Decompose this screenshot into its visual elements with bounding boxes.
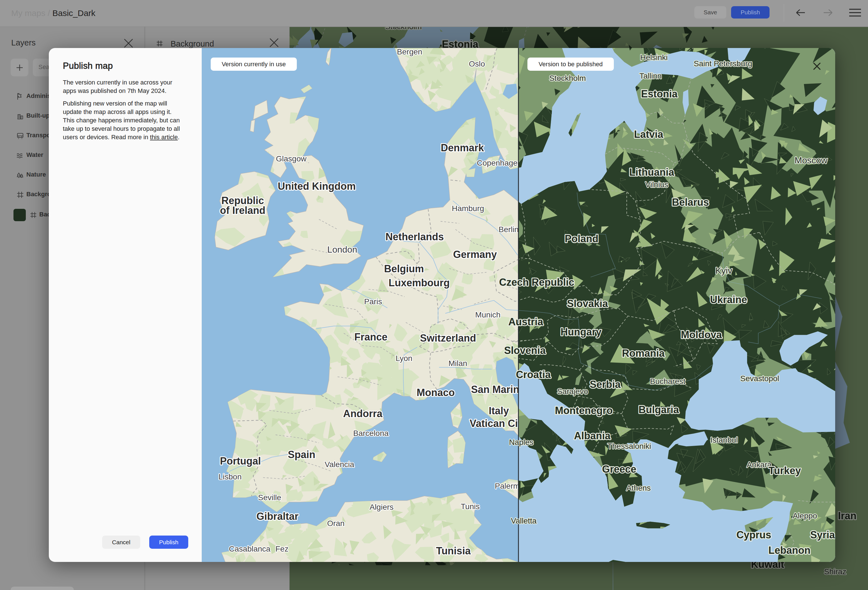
svg-text:France: France — [354, 331, 387, 343]
svg-text:of Ireland: of Ireland — [220, 205, 266, 216]
svg-text:Moscow: Moscow — [794, 155, 828, 165]
svg-text:United Kingdom: United Kingdom — [278, 180, 356, 192]
svg-text:Hungary: Hungary — [561, 326, 601, 338]
svg-text:Kyiv: Kyiv — [715, 266, 732, 276]
svg-text:Lyon: Lyon — [396, 354, 412, 363]
svg-text:London: London — [328, 244, 357, 254]
svg-text:Luxembourg: Luxembourg — [388, 277, 450, 288]
svg-text:Croatia: Croatia — [516, 369, 551, 380]
svg-text:Latvia: Latvia — [634, 129, 663, 140]
svg-text:Copenhagen: Copenhagen — [477, 158, 522, 167]
svg-text:Albania: Albania — [574, 430, 611, 442]
svg-text:Athens: Athens — [626, 484, 651, 492]
svg-text:Moldova: Moldova — [681, 329, 722, 340]
svg-text:Aleppo: Aleppo — [793, 512, 817, 520]
svg-text:Gibraltar: Gibraltar — [257, 510, 298, 522]
svg-text:Oran: Oran — [327, 519, 344, 528]
svg-text:Milan: Milan — [449, 359, 467, 368]
svg-text:Glasgow: Glasgow — [276, 154, 307, 163]
svg-text:Tunisia: Tunisia — [436, 545, 471, 557]
svg-text:Ukraine: Ukraine — [710, 294, 747, 305]
svg-text:Monaco: Monaco — [416, 387, 455, 398]
svg-text:Ankara: Ankara — [747, 460, 772, 469]
svg-text:Turkey: Turkey — [768, 465, 801, 476]
svg-text:Portugal: Portugal — [220, 455, 261, 467]
svg-text:Iran: Iran — [838, 510, 856, 522]
svg-text:Paris: Paris — [364, 297, 382, 306]
svg-text:Stockholm: Stockholm — [549, 74, 586, 83]
svg-text:Shiraz: Shiraz — [824, 567, 846, 576]
svg-text:San Marino: San Marino — [471, 384, 526, 395]
svg-text:Slovenia: Slovenia — [504, 345, 546, 356]
svg-text:Lisbon: Lisbon — [218, 472, 242, 481]
svg-text:Munich: Munich — [475, 311, 500, 319]
svg-text:Naples: Naples — [509, 438, 533, 447]
svg-text:Switzerland: Switzerland — [420, 332, 476, 344]
svg-text:Romania: Romania — [622, 347, 665, 359]
svg-text:Bergen: Bergen — [397, 48, 422, 56]
svg-text:Saint Petersburg: Saint Petersburg — [694, 59, 753, 68]
svg-text:Czech Republic: Czech Republic — [499, 277, 574, 288]
svg-text:Helsinki: Helsinki — [640, 53, 668, 62]
svg-text:Bucharest: Bucharest — [650, 377, 685, 386]
svg-text:Tunis: Tunis — [461, 502, 480, 511]
svg-text:Lebanon: Lebanon — [768, 544, 810, 556]
svg-text:Greece: Greece — [602, 463, 636, 475]
svg-text:Belgium: Belgium — [384, 263, 424, 275]
svg-text:Montenegro: Montenegro — [555, 405, 613, 416]
svg-text:Estonia: Estonia — [641, 88, 678, 100]
svg-text:Belarus: Belarus — [672, 197, 709, 208]
svg-text:Poland: Poland — [565, 233, 598, 244]
svg-text:Vilnius: Vilnius — [645, 180, 668, 189]
svg-text:Cyprus: Cyprus — [737, 529, 771, 541]
svg-text:Barcelona: Barcelona — [353, 429, 389, 438]
svg-text:Tallinn: Tallinn — [639, 72, 661, 80]
svg-text:Sevastopol: Sevastopol — [740, 374, 779, 383]
svg-text:Valencia: Valencia — [325, 460, 354, 469]
svg-text:Algiers: Algiers — [369, 503, 394, 512]
svg-text:Hamburg: Hamburg — [452, 204, 484, 213]
svg-text:Germany: Germany — [453, 249, 497, 260]
svg-text:Spain: Spain — [288, 449, 315, 460]
svg-text:Austria: Austria — [508, 316, 543, 328]
svg-text:Andorra: Andorra — [343, 408, 383, 419]
svg-text:Seville: Seville — [258, 493, 281, 502]
svg-text:Denmark: Denmark — [441, 142, 484, 154]
svg-text:Syria: Syria — [810, 529, 835, 541]
svg-text:Sarajevo: Sarajevo — [557, 387, 588, 396]
svg-text:Oslo: Oslo — [469, 59, 485, 68]
svg-text:Netherlands: Netherlands — [385, 231, 444, 243]
svg-text:Casablanca: Casablanca — [229, 544, 270, 553]
svg-text:Fez: Fez — [276, 544, 289, 553]
svg-text:Istanbul: Istanbul — [710, 436, 738, 444]
svg-text:Thessaloniki: Thessaloniki — [607, 442, 651, 451]
svg-text:Slovakia: Slovakia — [567, 298, 608, 309]
svg-text:Berlin: Berlin — [499, 225, 519, 234]
svg-text:Lithuania: Lithuania — [629, 166, 675, 178]
svg-text:Bulgaria: Bulgaria — [639, 404, 679, 416]
svg-text:Valletta: Valletta — [511, 516, 537, 525]
svg-text:Italy: Italy — [489, 405, 509, 417]
svg-text:Serbia: Serbia — [590, 379, 621, 390]
